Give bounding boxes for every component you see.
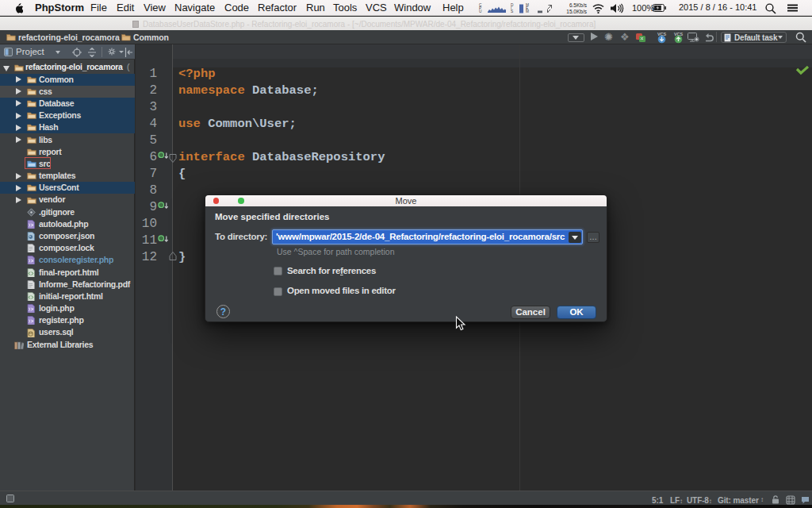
svg-text:M: M [526,10,529,13]
svg-text:VCS: VCS [657,32,666,37]
svg-text:S: S [511,10,513,13]
svg-text:VCS: VCS [674,32,683,37]
svg-text:U: U [479,10,482,13]
